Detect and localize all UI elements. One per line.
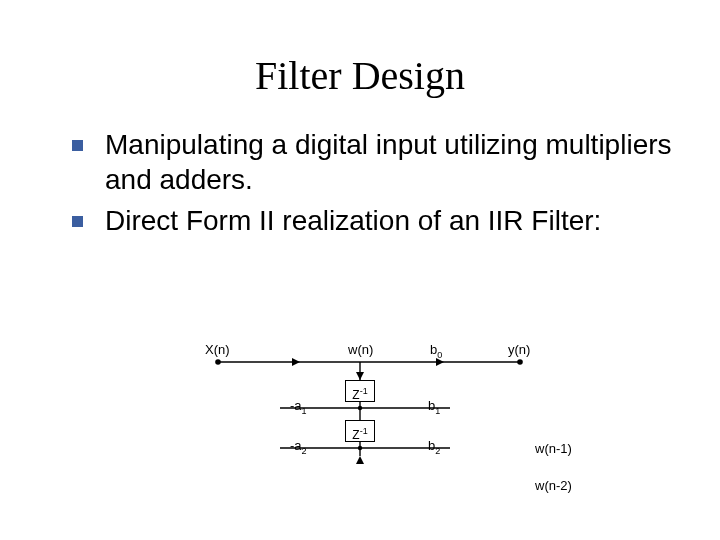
coef-b2-sub: 2 [435, 446, 440, 456]
label-wn: w(n) [348, 342, 373, 357]
coef-a1-sub: 1 [302, 406, 307, 416]
z-exponent: -1 [360, 386, 368, 396]
svg-point-1 [215, 359, 221, 365]
label-wn1: w(n-1) [535, 441, 572, 456]
coef-a2: -a [290, 438, 302, 453]
label-b2: b2 [428, 438, 440, 456]
label-wn2: w(n-2) [535, 478, 572, 493]
coef-b0-sub: 0 [437, 350, 442, 360]
label-b0: b0 [430, 342, 442, 360]
label-xn: X(n) [205, 342, 230, 357]
coef-a1: -a [290, 398, 302, 413]
svg-marker-5 [356, 456, 364, 464]
iir-filter-diagram: Z-1 Z-1 X(n) w(n) y(n) b0 b1 b2 -a1 -a2 … [0, 0, 720, 540]
z-label: Z [352, 428, 359, 442]
svg-marker-4 [356, 372, 364, 380]
label-b1: b1 [428, 398, 440, 416]
diagram-lines [0, 0, 720, 540]
delay-box-z2: Z-1 [345, 420, 375, 442]
svg-point-2 [517, 359, 523, 365]
svg-point-7 [358, 406, 362, 410]
svg-point-9 [358, 446, 362, 450]
z-label: Z [352, 388, 359, 402]
label-neg-a2: -a2 [290, 438, 307, 456]
label-neg-a1: -a1 [290, 398, 307, 416]
coef-b1-sub: 1 [435, 406, 440, 416]
label-yn: y(n) [508, 342, 530, 357]
z-exponent: -1 [360, 426, 368, 436]
delay-box-z1: Z-1 [345, 380, 375, 402]
coef-a2-sub: 2 [302, 446, 307, 456]
svg-marker-11 [292, 358, 300, 366]
